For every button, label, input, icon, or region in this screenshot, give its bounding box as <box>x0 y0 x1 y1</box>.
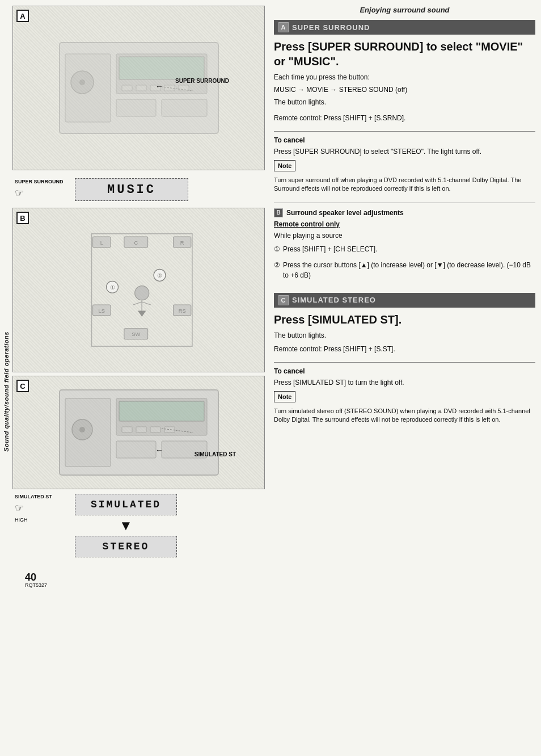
to-cancel-a-body: Press [SUPER SURROUND] to select "STEREO… <box>274 146 535 157</box>
panel-c-letter: C <box>16 380 29 392</box>
page-header: Enjoying surround sound <box>274 6 535 14</box>
panel-a-letter: A <box>16 10 29 22</box>
svg-marker-35 <box>137 311 146 317</box>
banner-c-title: SIMULATED STEREO <box>292 296 376 304</box>
display-a-label: SUPER SURROUND <box>15 179 69 186</box>
lcd-stereo: STEREO <box>75 536 177 557</box>
page-number: 40 <box>25 572 36 583</box>
lcd-simulated: SIMULATED <box>75 494 177 515</box>
svg-rect-8 <box>122 85 132 91</box>
display-c-label: SIMULATED ST <box>15 494 69 501</box>
simulated-arrow-icon: ← <box>155 446 163 455</box>
to-cancel-c-heading: To cancel <box>274 367 535 375</box>
svg-text:LS: LS <box>98 308 104 314</box>
section-a-body3: The button lights. <box>274 97 535 107</box>
display-row-c: SIMULATED ST ☞ HIGH SIMULATED ▼ STEREO <box>12 494 265 568</box>
section-a-body: Each time you press the button: MUSIC → … <box>274 72 535 110</box>
sidebar-label: Sound quality/sound field operations <box>0 329 12 454</box>
hand-a-icon: ☞ <box>15 187 69 200</box>
svg-point-27 <box>134 286 149 300</box>
svg-text:①: ① <box>109 284 115 291</box>
panel-c-image: SIMULATED ST ← <box>13 376 264 489</box>
svg-text:R: R <box>180 240 184 246</box>
svg-rect-45 <box>136 427 146 432</box>
divider-3 <box>274 362 535 363</box>
svg-rect-41 <box>119 401 204 421</box>
lcd-display-a: MUSIC <box>75 178 188 201</box>
section-a-body1: Each time you press the button: <box>274 72 535 82</box>
panel-a: A <box>12 6 265 170</box>
panel-b-letter: B <box>16 212 29 224</box>
right-column: Enjoying surround sound A SUPER SURROUND… <box>269 6 535 750</box>
section-c-banner: C SIMULATED STEREO <box>274 293 535 308</box>
section-c-remote: Remote control: Press [SHIFT] + [S.ST]. <box>274 344 535 354</box>
note-a-label: Note <box>274 160 295 171</box>
svg-text:L: L <box>100 240 103 246</box>
super-surround-label: SUPER SURROUND <box>175 77 229 85</box>
super-surround-arrow-icon: ← <box>155 82 163 91</box>
banner-c-letter: C <box>278 295 289 305</box>
svg-rect-39 <box>116 441 156 458</box>
panel-b: B C L R LS <box>12 208 265 372</box>
svg-point-7 <box>79 79 85 85</box>
step-1-text: Press [SHIFT] + [CH SELECT]. <box>283 245 377 253</box>
panel-c: C <box>12 376 265 489</box>
to-cancel-c-body: Press [SIMULATED ST] to turn the light o… <box>274 377 535 388</box>
banner-a-letter: A <box>278 22 289 32</box>
display-a-label-area: SUPER SURROUND ☞ <box>12 179 69 200</box>
step-1: ① Press [SHIFT] + [CH SELECT]. <box>274 244 535 254</box>
svg-line-29 <box>133 302 142 305</box>
section-b-heading: Surround speaker level adjustments <box>286 208 404 218</box>
lcd-display-col-c: SIMULATED ▼ STEREO <box>75 494 177 557</box>
step-1-num: ① <box>274 244 280 254</box>
page-code: RQT5327 <box>25 582 47 588</box>
svg-rect-4 <box>162 99 207 116</box>
panel-b-image: C L R LS RS SW <box>13 208 264 372</box>
banner-b-letter: B <box>274 208 283 217</box>
step-2: ② Press the cursor buttons [▲] (to incre… <box>274 260 535 280</box>
section-c-body1: The button lights. <box>274 330 535 341</box>
hand-c-icon: ☞ <box>15 502 69 515</box>
simulated-st-label: SIMULATED ST <box>195 451 236 457</box>
left-column: A <box>12 6 265 750</box>
svg-text:SW: SW <box>132 331 140 337</box>
section-b-heading-line: B Surround speaker level adjustments <box>274 208 535 218</box>
arrow-down-icon: ▼ <box>119 518 133 534</box>
high-label: HIGH <box>15 517 69 524</box>
step-2-num: ② <box>274 260 280 270</box>
svg-text:②: ② <box>157 272 162 279</box>
section-a-remote: Remote control: Press [SHIFT] + [S.SRND]… <box>274 113 535 123</box>
section-a-body2: MUSIC → MOVIE → STEREO SOUND (off) <box>274 85 535 95</box>
svg-line-30 <box>142 302 151 305</box>
svg-rect-9 <box>136 85 146 91</box>
svg-rect-44 <box>122 427 132 432</box>
divider-1 <box>274 131 535 132</box>
svg-point-43 <box>79 427 85 432</box>
section-c-title: Press [SIMULATED ST]. <box>274 312 535 327</box>
note-c-body: Turn simulated stereo off (STEREO SOUND)… <box>274 407 535 425</box>
display-row-a: SUPER SURROUND ☞ MUSIC <box>12 175 265 204</box>
section-b-while: While playing a source <box>274 230 535 241</box>
display-c-label-area: SIMULATED ST ☞ HIGH <box>12 494 69 524</box>
section-a-title: Press [SUPER SURROUND] to select "MOVIE"… <box>274 39 535 69</box>
to-cancel-a-heading: To cancel <box>274 136 535 144</box>
step-2-text: Press the cursor buttons [▲] (to increas… <box>283 261 531 279</box>
note-c-label: Note <box>274 391 295 402</box>
svg-rect-46 <box>150 427 160 432</box>
divider-2 <box>274 203 535 203</box>
note-a-body: Turn super surround off when playing a D… <box>274 176 535 194</box>
svg-rect-5 <box>119 57 204 79</box>
svg-text:C: C <box>134 240 138 246</box>
remote-control-only: Remote control only <box>274 220 535 228</box>
svg-text:RS: RS <box>178 308 185 314</box>
banner-a-title: SUPER SURROUND <box>292 23 370 32</box>
section-a-banner: A SUPER SURROUND <box>274 20 535 35</box>
panel-a-image: SUPER SURROUND ← <box>13 6 264 170</box>
svg-rect-3 <box>116 99 156 116</box>
